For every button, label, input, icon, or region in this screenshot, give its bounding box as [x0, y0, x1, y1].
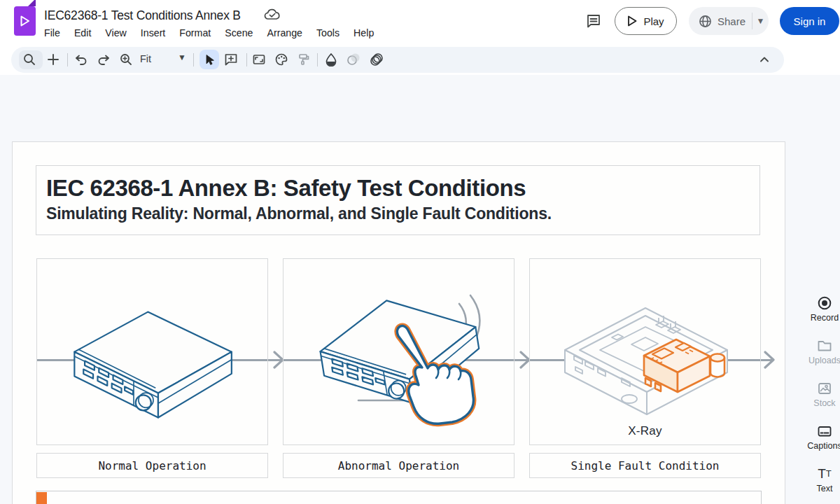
document-title[interactable]: IEC62368-1 Test Conditions Annex B — [44, 8, 241, 23]
panel-normal-operation[interactable] — [36, 258, 268, 445]
menu-arrange[interactable]: Arrange — [260, 24, 309, 41]
slide-subtitle: Simulating Reality: Normal, Abnormal, an… — [46, 204, 760, 223]
zoom-in-icon[interactable] — [118, 51, 134, 68]
toolbar-divider — [67, 53, 68, 66]
redo-icon[interactable] — [95, 51, 112, 68]
menu-help[interactable]: Help — [346, 24, 381, 41]
fit-dropdown-caret-icon[interactable]: ▼ — [178, 52, 186, 62]
slide-title-box[interactable]: IEC 62368-1 Annex B: Safety Test Conditi… — [36, 165, 760, 235]
palette-icon[interactable] — [273, 51, 290, 68]
menu-view[interactable]: View — [98, 24, 134, 41]
blend-icon[interactable] — [368, 51, 385, 68]
zoom-fit-select[interactable]: Fit — [140, 53, 151, 64]
menu-edit[interactable]: Edit — [67, 24, 98, 41]
rail-item-stock[interactable]: Stock — [800, 381, 840, 408]
label-normal-operation[interactable]: Normal Operation — [36, 453, 268, 478]
slide-canvas[interactable]: IEC 62368-1 Annex B: Safety Test Conditi… — [12, 141, 785, 504]
panel-single-fault-condition[interactable]: X-Ray — [529, 258, 761, 445]
orange-accent-block — [36, 492, 47, 504]
rail-item-captions[interactable]: Captions — [800, 424, 840, 451]
uploads-folder-icon — [817, 338, 832, 354]
menu-file[interactable]: File — [37, 24, 67, 41]
rail-item-uploads[interactable]: Uploads — [800, 338, 840, 365]
slide-title: IEC 62368-1 Annex B: Safety Test Conditi… — [46, 174, 760, 202]
record-icon — [817, 295, 832, 311]
background-icon[interactable] — [251, 51, 267, 68]
search-icon[interactable] — [21, 51, 38, 68]
device-abnormal-illustration — [284, 259, 515, 446]
logo-fold — [28, 0, 36, 6]
menu-format[interactable]: Format — [172, 24, 218, 41]
toolbar-divider — [246, 53, 247, 66]
select-cursor-icon — [203, 53, 216, 66]
rail-item-text[interactable]: TT Text — [800, 466, 840, 493]
toolbar-divider — [317, 53, 318, 66]
opacity-icon[interactable] — [345, 51, 362, 68]
cloud-saved-icon[interactable] — [264, 8, 281, 21]
bottom-callout-box[interactable] — [36, 491, 762, 504]
collapse-toolbar-icon[interactable] — [756, 51, 773, 68]
vids-logo-icon[interactable] — [14, 6, 36, 36]
flow-arrow-icon — [763, 350, 776, 370]
sign-in-button[interactable]: Sign in — [780, 7, 839, 35]
menu-bar: File Edit View Insert Format Scene Arran… — [37, 24, 381, 41]
menu-tools[interactable]: Tools — [309, 24, 346, 41]
label-single-fault-condition[interactable]: Single Fault Condition — [529, 453, 761, 478]
share-button[interactable]: Share ▼ — [689, 7, 769, 35]
play-label: Play — [643, 15, 664, 27]
share-label: Share — [718, 15, 746, 27]
toolbar: Fit ▼ — [11, 47, 784, 73]
side-rail: Record Uploads Stock Captions TT Text — [800, 295, 840, 493]
menu-insert[interactable]: Insert — [134, 24, 172, 41]
text-icon: TT — [818, 466, 832, 482]
toolbar-divider — [193, 53, 194, 66]
panel-abnormal-operation[interactable] — [283, 258, 514, 445]
device-normal-illustration — [37, 259, 269, 446]
captions-icon — [817, 424, 832, 439]
add-comment-icon[interactable] — [223, 51, 239, 68]
xray-caption: X-Ray — [530, 424, 760, 438]
stock-media-icon — [817, 381, 832, 396]
sign-in-label: Sign in — [794, 15, 826, 27]
globe-icon — [699, 15, 712, 28]
comment-icon[interactable] — [584, 11, 603, 31]
play-button[interactable]: Play — [615, 7, 677, 35]
device-xray-illustration — [530, 259, 762, 446]
rail-item-record[interactable]: Record — [800, 295, 840, 323]
play-icon — [627, 15, 637, 27]
label-abnormal-operation[interactable]: Abnormal Operation — [283, 453, 514, 478]
select-cursor-tool[interactable] — [200, 50, 219, 69]
add-icon[interactable] — [45, 51, 62, 68]
format-paint-icon[interactable] — [295, 51, 312, 68]
fill-color-icon[interactable] — [323, 51, 340, 68]
undo-icon[interactable] — [73, 51, 90, 68]
logo-play-glyph — [20, 15, 30, 27]
menu-scene[interactable]: Scene — [218, 24, 260, 41]
share-dropdown-caret-icon[interactable]: ▼ — [752, 16, 769, 26]
